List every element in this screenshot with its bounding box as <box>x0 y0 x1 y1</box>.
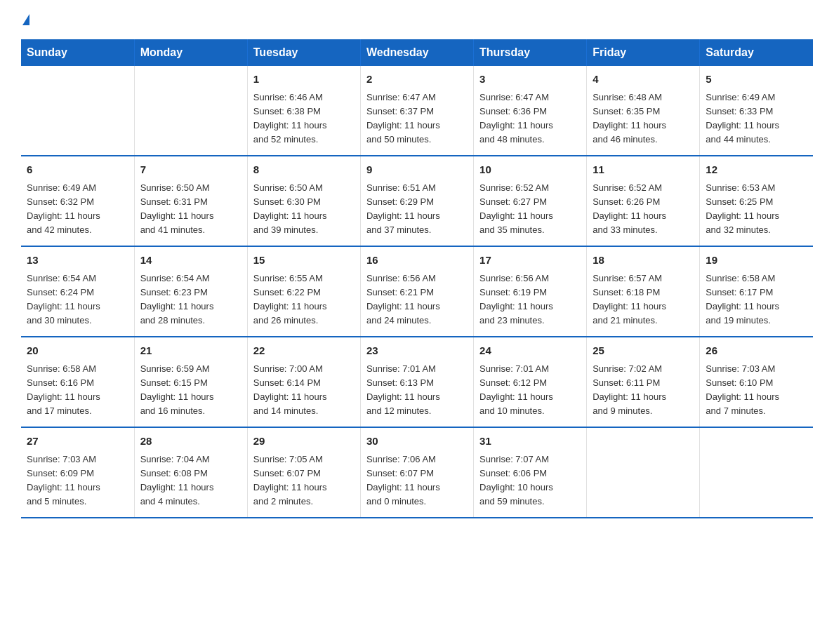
calendar-cell: 4Sunrise: 6:48 AM Sunset: 6:35 PM Daylig… <box>587 66 700 156</box>
day-number: 16 <box>366 253 468 269</box>
calendar-cell <box>700 427 813 518</box>
day-info: Sunrise: 6:51 AM Sunset: 6:29 PM Dayligh… <box>366 181 468 238</box>
calendar-cell: 9Sunrise: 6:51 AM Sunset: 6:29 PM Daylig… <box>360 156 473 246</box>
calendar-cell: 20Sunrise: 6:58 AM Sunset: 6:16 PM Dayli… <box>21 337 134 427</box>
calendar-cell: 27Sunrise: 7:03 AM Sunset: 6:09 PM Dayli… <box>21 427 134 518</box>
day-info: Sunrise: 6:52 AM Sunset: 6:27 PM Dayligh… <box>479 181 581 238</box>
calendar-cell: 15Sunrise: 6:55 AM Sunset: 6:22 PM Dayli… <box>247 246 360 337</box>
calendar-cell: 8Sunrise: 6:50 AM Sunset: 6:30 PM Daylig… <box>247 156 360 246</box>
day-info: Sunrise: 7:04 AM Sunset: 6:08 PM Dayligh… <box>140 452 241 509</box>
calendar-cell: 18Sunrise: 6:57 AM Sunset: 6:18 PM Dayli… <box>587 246 700 337</box>
calendar-cell: 2Sunrise: 6:47 AM Sunset: 6:37 PM Daylig… <box>360 66 473 156</box>
day-number: 31 <box>479 434 581 450</box>
day-number: 30 <box>366 434 468 450</box>
weekday-header-friday: Friday <box>587 39 700 66</box>
weekday-header-tuesday: Tuesday <box>247 39 360 66</box>
day-number: 26 <box>706 343 807 359</box>
calendar-cell: 31Sunrise: 7:07 AM Sunset: 6:06 PM Dayli… <box>474 427 587 518</box>
day-number: 5 <box>706 72 807 88</box>
day-number: 24 <box>479 343 581 359</box>
day-info: Sunrise: 6:54 AM Sunset: 6:23 PM Dayligh… <box>140 271 241 328</box>
day-number: 23 <box>366 343 468 359</box>
logo <box>21 14 29 25</box>
day-info: Sunrise: 6:52 AM Sunset: 6:26 PM Dayligh… <box>593 181 694 238</box>
calendar-cell: 21Sunrise: 6:59 AM Sunset: 6:15 PM Dayli… <box>134 337 247 427</box>
calendar-cell: 13Sunrise: 6:54 AM Sunset: 6:24 PM Dayli… <box>21 246 134 337</box>
day-number: 18 <box>593 253 694 269</box>
calendar-week-row: 20Sunrise: 6:58 AM Sunset: 6:16 PM Dayli… <box>21 337 813 427</box>
calendar-cell <box>587 427 700 518</box>
calendar-cell: 6Sunrise: 6:49 AM Sunset: 6:32 PM Daylig… <box>21 156 134 246</box>
calendar-cell: 10Sunrise: 6:52 AM Sunset: 6:27 PM Dayli… <box>474 156 587 246</box>
weekday-header-wednesday: Wednesday <box>360 39 473 66</box>
day-number: 17 <box>479 253 581 269</box>
calendar-cell: 22Sunrise: 7:00 AM Sunset: 6:14 PM Dayli… <box>247 337 360 427</box>
day-number: 3 <box>479 72 581 88</box>
day-number: 8 <box>253 162 355 178</box>
calendar-cell: 7Sunrise: 6:50 AM Sunset: 6:31 PM Daylig… <box>134 156 247 246</box>
day-info: Sunrise: 6:46 AM Sunset: 6:38 PM Dayligh… <box>253 90 355 147</box>
day-info: Sunrise: 6:50 AM Sunset: 6:31 PM Dayligh… <box>140 181 241 238</box>
day-info: Sunrise: 6:47 AM Sunset: 6:36 PM Dayligh… <box>479 90 581 147</box>
day-number: 25 <box>593 343 694 359</box>
calendar-week-row: 27Sunrise: 7:03 AM Sunset: 6:09 PM Dayli… <box>21 427 813 518</box>
day-number: 22 <box>253 343 355 359</box>
day-number: 4 <box>593 72 694 88</box>
day-info: Sunrise: 6:57 AM Sunset: 6:18 PM Dayligh… <box>593 271 694 328</box>
calendar-cell: 24Sunrise: 7:01 AM Sunset: 6:12 PM Dayli… <box>474 337 587 427</box>
weekday-header-sunday: Sunday <box>21 39 134 66</box>
day-number: 14 <box>140 253 241 269</box>
day-info: Sunrise: 6:49 AM Sunset: 6:32 PM Dayligh… <box>27 181 128 238</box>
calendar-cell: 17Sunrise: 6:56 AM Sunset: 6:19 PM Dayli… <box>474 246 587 337</box>
day-number: 7 <box>140 162 241 178</box>
day-info: Sunrise: 6:54 AM Sunset: 6:24 PM Dayligh… <box>27 271 128 328</box>
day-number: 29 <box>253 434 355 450</box>
calendar-cell: 29Sunrise: 7:05 AM Sunset: 6:07 PM Dayli… <box>247 427 360 518</box>
calendar-cell: 19Sunrise: 6:58 AM Sunset: 6:17 PM Dayli… <box>700 246 813 337</box>
calendar-cell: 16Sunrise: 6:56 AM Sunset: 6:21 PM Dayli… <box>360 246 473 337</box>
day-info: Sunrise: 7:00 AM Sunset: 6:14 PM Dayligh… <box>253 362 355 419</box>
logo-triangle-icon <box>22 14 29 25</box>
calendar-cell: 14Sunrise: 6:54 AM Sunset: 6:23 PM Dayli… <box>134 246 247 337</box>
day-info: Sunrise: 6:56 AM Sunset: 6:21 PM Dayligh… <box>366 271 468 328</box>
calendar-cell: 3Sunrise: 6:47 AM Sunset: 6:36 PM Daylig… <box>474 66 587 156</box>
calendar-cell: 30Sunrise: 7:06 AM Sunset: 6:07 PM Dayli… <box>360 427 473 518</box>
calendar-week-row: 1Sunrise: 6:46 AM Sunset: 6:38 PM Daylig… <box>21 66 813 156</box>
day-number: 10 <box>479 162 581 178</box>
day-number: 15 <box>253 253 355 269</box>
calendar-table: SundayMondayTuesdayWednesdayThursdayFrid… <box>21 39 813 518</box>
calendar-week-row: 13Sunrise: 6:54 AM Sunset: 6:24 PM Dayli… <box>21 246 813 337</box>
day-info: Sunrise: 7:03 AM Sunset: 6:10 PM Dayligh… <box>706 362 807 419</box>
weekday-header-row: SundayMondayTuesdayWednesdayThursdayFrid… <box>21 39 813 66</box>
day-info: Sunrise: 7:01 AM Sunset: 6:13 PM Dayligh… <box>366 362 468 419</box>
page-header <box>21 14 813 25</box>
day-info: Sunrise: 6:58 AM Sunset: 6:17 PM Dayligh… <box>706 271 807 328</box>
day-info: Sunrise: 6:55 AM Sunset: 6:22 PM Dayligh… <box>253 271 355 328</box>
day-info: Sunrise: 6:48 AM Sunset: 6:35 PM Dayligh… <box>593 90 694 147</box>
calendar-cell: 1Sunrise: 6:46 AM Sunset: 6:38 PM Daylig… <box>247 66 360 156</box>
calendar-cell: 28Sunrise: 7:04 AM Sunset: 6:08 PM Dayli… <box>134 427 247 518</box>
day-info: Sunrise: 6:58 AM Sunset: 6:16 PM Dayligh… <box>27 362 128 419</box>
calendar-cell: 23Sunrise: 7:01 AM Sunset: 6:13 PM Dayli… <box>360 337 473 427</box>
day-number: 20 <box>27 343 128 359</box>
day-info: Sunrise: 6:49 AM Sunset: 6:33 PM Dayligh… <box>706 90 807 147</box>
weekday-header-thursday: Thursday <box>474 39 587 66</box>
calendar-cell: 11Sunrise: 6:52 AM Sunset: 6:26 PM Dayli… <box>587 156 700 246</box>
day-info: Sunrise: 7:07 AM Sunset: 6:06 PM Dayligh… <box>479 452 581 509</box>
day-number: 28 <box>140 434 241 450</box>
day-number: 6 <box>27 162 128 178</box>
calendar-cell: 26Sunrise: 7:03 AM Sunset: 6:10 PM Dayli… <box>700 337 813 427</box>
day-info: Sunrise: 6:53 AM Sunset: 6:25 PM Dayligh… <box>706 181 807 238</box>
calendar-cell <box>134 66 247 156</box>
day-number: 2 <box>366 72 468 88</box>
calendar-cell <box>21 66 134 156</box>
day-info: Sunrise: 6:56 AM Sunset: 6:19 PM Dayligh… <box>479 271 581 328</box>
day-info: Sunrise: 6:50 AM Sunset: 6:30 PM Dayligh… <box>253 181 355 238</box>
day-number: 9 <box>366 162 468 178</box>
calendar-cell: 5Sunrise: 6:49 AM Sunset: 6:33 PM Daylig… <box>700 66 813 156</box>
day-number: 27 <box>27 434 128 450</box>
day-info: Sunrise: 6:59 AM Sunset: 6:15 PM Dayligh… <box>140 362 241 419</box>
day-info: Sunrise: 6:47 AM Sunset: 6:37 PM Dayligh… <box>366 90 468 147</box>
day-number: 11 <box>593 162 694 178</box>
calendar-cell: 25Sunrise: 7:02 AM Sunset: 6:11 PM Dayli… <box>587 337 700 427</box>
